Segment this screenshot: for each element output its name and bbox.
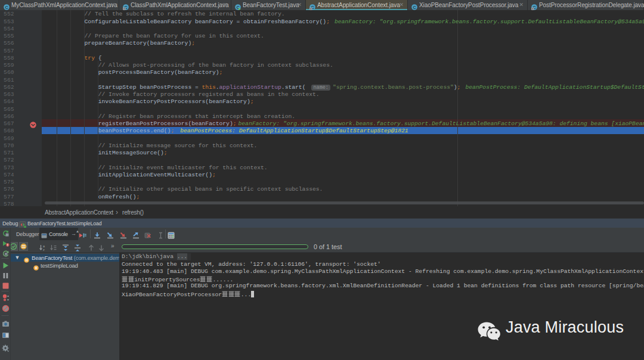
svg-text:z: z	[43, 248, 45, 252]
svg-text:C: C	[413, 4, 416, 10]
svg-text:C: C	[5, 4, 8, 10]
